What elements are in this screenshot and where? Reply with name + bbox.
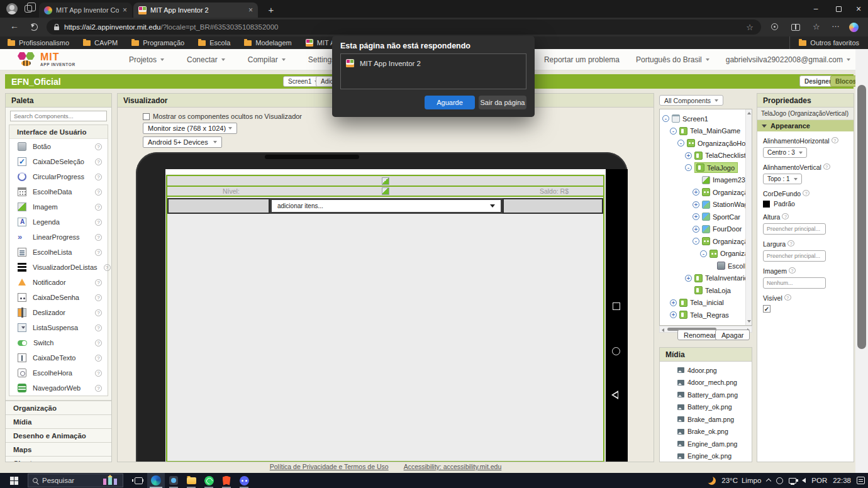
wait-button[interactable]: Aguarde (425, 96, 475, 109)
help-icon[interactable]: ? (832, 137, 838, 143)
tree-item[interactable]: +SportCar (660, 211, 752, 223)
taskbar-photos-button[interactable] (165, 473, 182, 488)
help-icon[interactable]: ? (95, 143, 102, 150)
media-file[interactable]: Brake_dam.png (660, 413, 752, 426)
tree-toggle-icon[interactable]: + (693, 201, 699, 208)
task-view-button[interactable] (130, 473, 147, 488)
height-input[interactable]: Preencher principal... (763, 223, 826, 235)
weather-moon-icon[interactable] (708, 477, 716, 485)
palette-section-midia[interactable]: Mídia (6, 414, 111, 428)
palette-item[interactable]: Legenda? (9, 214, 108, 230)
new-tab-button[interactable]: + (264, 3, 278, 16)
bookmark-item[interactable]: Escola (198, 39, 230, 47)
refresh-icon[interactable] (30, 23, 38, 31)
monitor-size-select[interactable]: Monitor size (768 x 1024) (143, 123, 237, 134)
bookmark-item[interactable]: Profissionalismo (8, 39, 69, 47)
back-icon[interactable]: ← (10, 21, 19, 31)
palette-item[interactable]: Deslizador? (9, 305, 108, 320)
copilot-icon[interactable] (849, 23, 859, 32)
help-icon[interactable]: ? (787, 240, 794, 247)
tree-item[interactable]: Escolhe (660, 260, 752, 272)
help-icon[interactable]: ? (803, 190, 810, 196)
browser-tab-community[interactable]: MIT App Inventor Community - T × (39, 3, 132, 18)
right-block[interactable] (503, 198, 603, 214)
keyboard-language[interactable]: POR (811, 477, 827, 484)
help-icon[interactable]: ? (95, 340, 102, 347)
palette-section-charts[interactable]: Charts (6, 456, 111, 462)
tray-expand-icon[interactable] (766, 479, 771, 484)
menu-compilar[interactable]: Compilar (248, 55, 286, 64)
selected-arrangement-outline[interactable]: Nível: Saldo: R$ adicionar itens... (166, 175, 604, 462)
palette-item[interactable]: EscolheHora? (9, 365, 108, 380)
device-select[interactable]: Android 5+ Devices (143, 136, 222, 148)
tree-toggle-icon[interactable]: - (700, 250, 707, 257)
tree-item[interactable]: +Tela_Regras (660, 309, 752, 321)
help-icon[interactable]: ? (789, 267, 796, 274)
tree-toggle-icon[interactable]: - (662, 115, 669, 122)
account-menu[interactable]: gabrielvsilva29022008@gmail.com (726, 55, 850, 64)
tree-toggle-icon[interactable]: - (693, 238, 699, 245)
palette-item[interactable]: EscolheLista? (9, 245, 108, 260)
palette-section-ui[interactable]: Interface de Usuário (9, 125, 108, 139)
media-file[interactable]: Battery_ok.png (660, 401, 752, 414)
window-close-button[interactable]: × (849, 0, 868, 18)
help-icon[interactable]: ? (95, 189, 102, 196)
help-icon[interactable]: ? (95, 158, 102, 165)
tree-item[interactable]: +OrganizaçãoH (660, 186, 752, 199)
tree-item[interactable]: Imagem23 (660, 174, 752, 187)
palette-section-maps[interactable]: Maps (6, 442, 111, 456)
browser-tab-appinventor[interactable]: MIT App Inventor 2 × (133, 3, 258, 18)
tree-toggle-icon[interactable]: + (685, 152, 692, 159)
palette-item[interactable]: VisualizadorDeListas? (9, 260, 108, 275)
palette-section-organizacao[interactable]: Organização (6, 401, 111, 414)
bookmark-item[interactable]: CAvPM (83, 39, 118, 47)
network-icon[interactable] (789, 478, 796, 484)
tree-toggle-icon[interactable]: + (685, 275, 692, 282)
tree-item-selected[interactable]: -TelaJogo (660, 162, 752, 174)
bookmark-item[interactable]: Modelagem (244, 39, 291, 47)
media-file[interactable]: Engine_ok.png (660, 450, 752, 463)
help-icon[interactable]: ? (95, 324, 102, 331)
items-dropdown[interactable]: adicionar itens... (270, 198, 503, 214)
browser-menu-icon[interactable]: … (832, 19, 840, 29)
help-icon[interactable]: ? (784, 294, 791, 301)
media-file[interactable]: Engine_dam.png (660, 438, 752, 450)
clock[interactable]: 22:38 (833, 477, 851, 484)
weather-temp[interactable]: 23°C (721, 477, 738, 484)
app-hud-bar[interactable]: Nível: Saldo: R$ (167, 187, 603, 197)
delete-button[interactable]: Apagar (715, 330, 750, 340)
tree-item[interactable]: +TelaChecklist (660, 150, 752, 162)
home-icon[interactable] (612, 347, 620, 355)
favorite-star-icon[interactable]: ☆ (746, 23, 754, 32)
start-button[interactable] (0, 473, 28, 488)
palette-item[interactable]: CaixaDeTexto? (9, 350, 108, 365)
palette-item[interactable]: Imagem? (9, 199, 108, 214)
help-icon[interactable]: ? (782, 213, 789, 219)
taskbar-brave-button[interactable] (218, 473, 235, 488)
tab-close-icon[interactable]: × (248, 6, 253, 14)
media-file[interactable]: 4door.png (660, 364, 752, 377)
palette-item[interactable]: CaixaDeSeleção? (9, 154, 108, 169)
tree-toggle-icon[interactable]: - (670, 128, 677, 135)
help-icon[interactable]: ? (95, 279, 102, 286)
weather-condition[interactable]: Limpo (742, 477, 761, 484)
palette-item[interactable]: CaixaDeSenha? (9, 290, 108, 305)
tree-item[interactable]: -OrganizaçãoH (660, 235, 752, 248)
leave-page-button[interactable]: Sair da página (479, 96, 526, 109)
search-components-input[interactable] (10, 111, 107, 121)
tree-toggle-icon[interactable]: + (693, 189, 699, 196)
address-bar[interactable]: https://ai2.appinventor.mit.edu /?locale… (47, 19, 761, 35)
palette-item[interactable]: Notificador? (9, 275, 108, 290)
volume-icon[interactable] (802, 478, 806, 483)
scrollbar-thumb[interactable] (857, 85, 866, 349)
tree-item[interactable]: -Organizaç (660, 248, 752, 260)
media-file[interactable]: 4door_mech.png (660, 377, 752, 389)
palette-item[interactable]: CircularProgress? (9, 169, 108, 184)
media-file[interactable]: Battery_dam.png (660, 389, 752, 401)
help-icon[interactable]: ? (823, 164, 830, 170)
width-input[interactable]: Preencher principal... (763, 250, 826, 262)
menu-conectar[interactable]: Conectar (187, 55, 225, 64)
tree-toggle-icon[interactable]: - (677, 140, 684, 147)
tree-item[interactable]: -OrganizaçãoHorizon (660, 137, 752, 150)
notification-center-icon[interactable] (857, 477, 865, 484)
